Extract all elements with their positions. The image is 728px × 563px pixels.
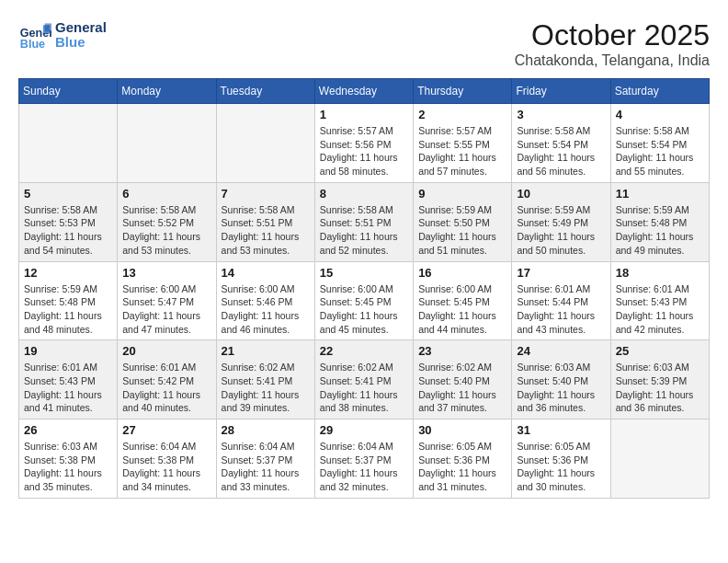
day-number: 14 (222, 266, 310, 280)
calendar-cell (610, 419, 709, 499)
day-number: 16 (418, 266, 506, 280)
calendar-cell: 30Sunrise: 6:05 AM Sunset: 5:36 PM Dayli… (414, 419, 512, 499)
calendar-cell: 13Sunrise: 6:00 AM Sunset: 5:47 PM Dayli… (118, 261, 216, 340)
day-info: Sunrise: 6:01 AM Sunset: 5:44 PM Dayligh… (517, 282, 605, 337)
day-number: 15 (320, 266, 408, 280)
day-info: Sunrise: 6:03 AM Sunset: 5:39 PM Dayligh… (616, 361, 704, 415)
calendar-cell: 31Sunrise: 6:05 AM Sunset: 5:36 PM Dayli… (512, 419, 610, 499)
day-number: 20 (122, 344, 210, 358)
day-info: Sunrise: 6:05 AM Sunset: 5:36 PM Dayligh… (418, 440, 506, 494)
day-info: Sunrise: 5:57 AM Sunset: 5:55 PM Dayligh… (418, 124, 506, 178)
day-info: Sunrise: 5:59 AM Sunset: 5:49 PM Dayligh… (517, 203, 605, 258)
day-info: Sunrise: 6:01 AM Sunset: 5:42 PM Dayligh… (122, 361, 210, 415)
calendar-table: SundayMondayTuesdayWednesdayThursdayFrid… (18, 78, 710, 499)
calendar-cell (19, 104, 118, 183)
calendar-week-row: 19Sunrise: 6:01 AM Sunset: 5:43 PM Dayli… (19, 340, 710, 419)
svg-text:Blue: Blue (20, 38, 45, 51)
logo-blue: Blue (55, 35, 107, 51)
calendar-cell: 15Sunrise: 6:00 AM Sunset: 5:45 PM Dayli… (314, 261, 413, 340)
calendar-cell: 23Sunrise: 6:02 AM Sunset: 5:40 PM Dayli… (414, 340, 512, 419)
day-number: 19 (24, 344, 112, 358)
day-number: 26 (24, 423, 112, 437)
calendar-cell: 20Sunrise: 6:01 AM Sunset: 5:42 PM Dayli… (118, 340, 216, 419)
day-number: 18 (616, 266, 704, 280)
calendar-cell: 29Sunrise: 6:04 AM Sunset: 5:37 PM Dayli… (314, 419, 413, 499)
month-title: October 2025 (515, 18, 710, 52)
calendar-cell: 25Sunrise: 6:03 AM Sunset: 5:39 PM Dayli… (610, 340, 709, 419)
day-number: 31 (517, 423, 605, 437)
calendar-cell: 12Sunrise: 5:59 AM Sunset: 5:48 PM Dayli… (19, 261, 118, 340)
day-number: 23 (418, 344, 506, 358)
day-number: 3 (517, 108, 605, 121)
day-info: Sunrise: 5:58 AM Sunset: 5:54 PM Dayligh… (616, 124, 704, 178)
page-header: General Blue General Blue October 2025 C… (18, 18, 710, 69)
calendar-week-row: 5Sunrise: 5:58 AM Sunset: 5:53 PM Daylig… (19, 182, 710, 261)
weekday-header-thursday: Thursday (414, 79, 512, 104)
day-info: Sunrise: 5:58 AM Sunset: 5:51 PM Dayligh… (222, 203, 310, 258)
calendar-cell: 11Sunrise: 5:59 AM Sunset: 5:48 PM Dayli… (610, 182, 709, 261)
calendar-cell: 1Sunrise: 5:57 AM Sunset: 5:56 PM Daylig… (314, 104, 413, 183)
calendar-cell: 17Sunrise: 6:01 AM Sunset: 5:44 PM Dayli… (512, 261, 610, 340)
day-number: 27 (122, 423, 210, 437)
day-number: 25 (616, 344, 704, 358)
day-info: Sunrise: 6:01 AM Sunset: 5:43 PM Dayligh… (616, 282, 704, 337)
calendar-cell: 10Sunrise: 5:59 AM Sunset: 5:49 PM Dayli… (512, 182, 610, 261)
logo: General Blue General Blue (18, 18, 107, 52)
day-number: 8 (320, 187, 408, 201)
calendar-cell: 27Sunrise: 6:04 AM Sunset: 5:38 PM Dayli… (118, 419, 216, 499)
day-info: Sunrise: 6:00 AM Sunset: 5:45 PM Dayligh… (320, 282, 408, 337)
day-number: 24 (517, 344, 605, 358)
logo-general: General (55, 20, 107, 36)
calendar-cell: 19Sunrise: 6:01 AM Sunset: 5:43 PM Dayli… (19, 340, 118, 419)
day-number: 1 (320, 108, 408, 121)
svg-marker-3 (45, 23, 51, 31)
day-info: Sunrise: 6:04 AM Sunset: 5:37 PM Dayligh… (320, 440, 408, 494)
calendar-cell: 22Sunrise: 6:02 AM Sunset: 5:41 PM Dayli… (314, 340, 413, 419)
calendar-cell: 4Sunrise: 5:58 AM Sunset: 5:54 PM Daylig… (610, 104, 709, 183)
day-info: Sunrise: 5:58 AM Sunset: 5:54 PM Dayligh… (517, 124, 605, 178)
day-number: 7 (222, 187, 310, 201)
day-number: 30 (418, 423, 506, 437)
calendar-cell: 28Sunrise: 6:04 AM Sunset: 5:37 PM Dayli… (216, 419, 314, 499)
calendar-cell: 3Sunrise: 5:58 AM Sunset: 5:54 PM Daylig… (512, 104, 610, 183)
day-info: Sunrise: 5:58 AM Sunset: 5:52 PM Dayligh… (122, 203, 210, 258)
day-number: 21 (222, 344, 310, 358)
weekday-header-row: SundayMondayTuesdayWednesdayThursdayFrid… (19, 79, 710, 104)
calendar-week-row: 12Sunrise: 5:59 AM Sunset: 5:48 PM Dayli… (19, 261, 710, 340)
day-info: Sunrise: 6:05 AM Sunset: 5:36 PM Dayligh… (517, 440, 605, 494)
day-number: 29 (320, 423, 408, 437)
weekday-header-sunday: Sunday (19, 79, 118, 104)
day-number: 5 (24, 187, 112, 201)
day-number: 6 (122, 187, 210, 201)
calendar-cell: 26Sunrise: 6:03 AM Sunset: 5:38 PM Dayli… (19, 419, 118, 499)
day-info: Sunrise: 6:01 AM Sunset: 5:43 PM Dayligh… (24, 361, 112, 415)
calendar-week-row: 1Sunrise: 5:57 AM Sunset: 5:56 PM Daylig… (19, 104, 710, 183)
day-info: Sunrise: 5:57 AM Sunset: 5:56 PM Dayligh… (320, 124, 408, 178)
day-number: 9 (418, 187, 506, 201)
day-info: Sunrise: 5:58 AM Sunset: 5:51 PM Dayligh… (320, 203, 408, 258)
day-info: Sunrise: 6:02 AM Sunset: 5:40 PM Dayligh… (418, 361, 506, 415)
day-number: 11 (616, 187, 704, 201)
calendar-cell: 7Sunrise: 5:58 AM Sunset: 5:51 PM Daylig… (216, 182, 314, 261)
day-number: 17 (517, 266, 605, 280)
day-info: Sunrise: 6:04 AM Sunset: 5:37 PM Dayligh… (222, 440, 310, 494)
calendar-cell: 2Sunrise: 5:57 AM Sunset: 5:55 PM Daylig… (414, 104, 512, 183)
weekday-header-tuesday: Tuesday (216, 79, 314, 104)
day-number: 22 (320, 344, 408, 358)
day-info: Sunrise: 6:00 AM Sunset: 5:46 PM Dayligh… (222, 282, 310, 337)
calendar-cell: 16Sunrise: 6:00 AM Sunset: 5:45 PM Dayli… (414, 261, 512, 340)
day-info: Sunrise: 6:00 AM Sunset: 5:45 PM Dayligh… (418, 282, 506, 337)
day-number: 4 (616, 108, 704, 121)
day-info: Sunrise: 6:02 AM Sunset: 5:41 PM Dayligh… (222, 361, 310, 415)
weekday-header-friday: Friday (512, 79, 610, 104)
day-number: 28 (222, 423, 310, 437)
weekday-header-monday: Monday (118, 79, 216, 104)
location-subtitle: Chatakonda, Telangana, India (515, 52, 710, 69)
calendar-cell: 18Sunrise: 6:01 AM Sunset: 5:43 PM Dayli… (610, 261, 709, 340)
day-info: Sunrise: 6:03 AM Sunset: 5:38 PM Dayligh… (24, 440, 112, 494)
calendar-cell: 9Sunrise: 5:59 AM Sunset: 5:50 PM Daylig… (414, 182, 512, 261)
day-info: Sunrise: 5:59 AM Sunset: 5:48 PM Dayligh… (616, 203, 704, 258)
calendar-week-row: 26Sunrise: 6:03 AM Sunset: 5:38 PM Dayli… (19, 419, 710, 499)
calendar-cell (118, 104, 216, 183)
weekday-header-saturday: Saturday (610, 79, 709, 104)
